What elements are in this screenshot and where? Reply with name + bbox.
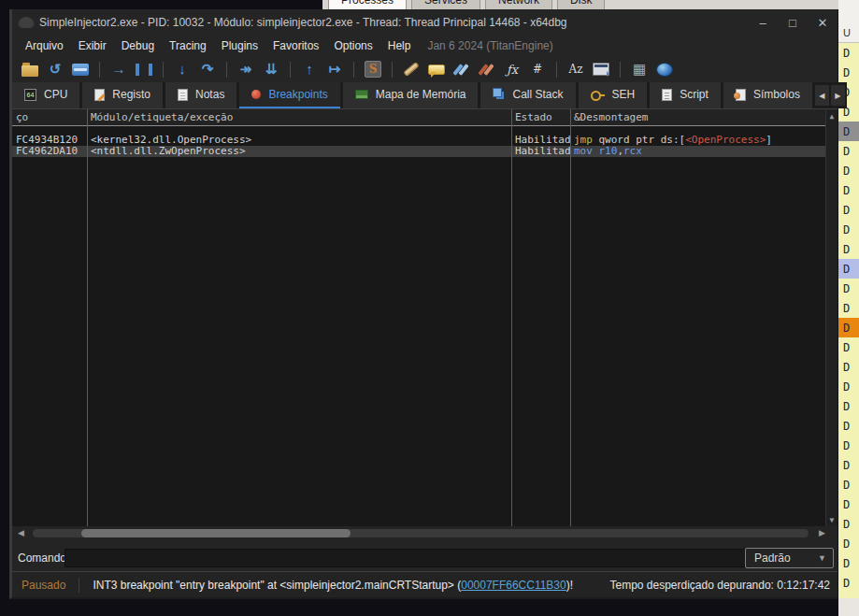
comment-icon[interactable] bbox=[428, 64, 445, 75]
pause-icon[interactable] bbox=[136, 64, 152, 76]
column-divider[interactable] bbox=[511, 109, 512, 526]
hscroll-thumb[interactable] bbox=[81, 529, 351, 537]
tab-script[interactable]: Script bbox=[650, 82, 721, 108]
bg-list-item[interactable]: D bbox=[838, 239, 859, 259]
globe-icon[interactable] bbox=[656, 63, 673, 77]
scroll-right-icon[interactable]: ▶ bbox=[819, 528, 825, 537]
window-title: SimpleInjector2.exe - PID: 10032 - Módul… bbox=[39, 16, 567, 29]
status-message-suffix: )! bbox=[566, 579, 573, 592]
menu-plugins[interactable]: Plugins bbox=[214, 37, 265, 54]
title-bar[interactable]: SimpleInjector2.exe - PID: 10032 - Módul… bbox=[12, 9, 838, 36]
bg-tab-disk[interactable]: Disk bbox=[557, 0, 605, 9]
s-toggle-icon[interactable]: S bbox=[365, 61, 381, 78]
tab-mapa-de-mem-ria[interactable]: Mapa de Memória bbox=[343, 82, 479, 108]
bookmarks-blue-icon[interactable] bbox=[453, 63, 470, 77]
menu-arquivo[interactable]: Arquivo bbox=[18, 37, 71, 54]
address-link[interactable]: 00007FF66CC11B30 bbox=[461, 579, 566, 592]
bg-list-item[interactable]: D bbox=[838, 494, 859, 514]
command-type-dropdown[interactable]: Padrão ▼ bbox=[745, 548, 834, 568]
run-to-user-code-icon[interactable]: ↦ bbox=[326, 61, 343, 78]
open-file-icon[interactable] bbox=[21, 65, 38, 77]
grid-calculator-icon[interactable]: ▦ bbox=[631, 61, 648, 78]
menu-items: ArquivoExibirDebugTracingPluginsFavorito… bbox=[18, 37, 418, 54]
bg-list-item[interactable]: D bbox=[838, 141, 859, 161]
scroll-left-icon[interactable]: ◀ bbox=[18, 528, 24, 537]
scroll-up-icon[interactable]: ▲ bbox=[830, 109, 835, 122]
bg-list-item[interactable]: D bbox=[838, 180, 859, 200]
bg-list-item[interactable]: D bbox=[838, 475, 859, 494]
bg-list-item[interactable]: D bbox=[838, 553, 859, 573]
column-header-3[interactable]: Estado bbox=[511, 109, 570, 125]
bg-list-item[interactable]: D bbox=[838, 396, 859, 416]
close-button[interactable]: ✕ bbox=[808, 9, 838, 36]
hscroll-track[interactable] bbox=[33, 529, 809, 537]
tab-registo[interactable]: Registo bbox=[82, 82, 163, 108]
menu-options[interactable]: Options bbox=[326, 37, 379, 54]
animate-into-icon[interactable]: ↠ bbox=[237, 61, 254, 78]
scroll-down-icon[interactable]: ▼ bbox=[830, 513, 835, 526]
stop-icon[interactable] bbox=[72, 64, 89, 76]
bg-list-item[interactable]: D bbox=[838, 279, 859, 298]
menu-exibir[interactable]: Exibir bbox=[71, 37, 114, 54]
bg-list-item[interactable]: D bbox=[838, 122, 859, 141]
tab-s-mbolos[interactable]: Símbolos bbox=[723, 82, 812, 108]
maximize-button[interactable]: □ bbox=[778, 9, 808, 36]
column-header-4[interactable]: &Desmontagem bbox=[570, 109, 838, 125]
table-row[interactable]: FC4934B120<kernel32.dll.OpenProcess>Habi… bbox=[12, 135, 826, 146]
notes-icon bbox=[178, 89, 188, 101]
step-over-icon[interactable]: ↷ bbox=[199, 61, 216, 78]
bg-list-item[interactable]: D bbox=[838, 220, 859, 239]
bg-list-item[interactable]: D bbox=[838, 298, 859, 318]
run-icon[interactable]: → bbox=[110, 61, 127, 78]
bg-list-item[interactable]: D bbox=[838, 43, 859, 63]
table-row[interactable]: FC4962DA10<ntdll.dll.ZwOpenProcess>Habil… bbox=[12, 146, 826, 157]
status-message-prefix: INT3 breakpoint "entry breakpoint" at <s… bbox=[93, 579, 461, 592]
az-strings-icon[interactable]: Az bbox=[567, 61, 584, 78]
column-divider[interactable] bbox=[87, 109, 88, 526]
horizontal-scrollbar[interactable]: ◀ ▶ bbox=[12, 526, 838, 540]
tab-seh[interactable]: SEH bbox=[579, 82, 648, 108]
bg-list-item[interactable]: D bbox=[838, 318, 859, 337]
bg-list-item[interactable]: D bbox=[838, 357, 859, 377]
step-into-icon[interactable]: ↓ bbox=[174, 61, 191, 78]
column-divider[interactable] bbox=[570, 109, 571, 526]
minimize-button[interactable]: – bbox=[748, 9, 778, 36]
patch-icon[interactable] bbox=[403, 62, 420, 77]
menu-tracing[interactable]: Tracing bbox=[162, 37, 214, 54]
bg-list-item[interactable]: D bbox=[838, 63, 859, 82]
bg-tab-services[interactable]: Services bbox=[411, 0, 480, 9]
column-header-2[interactable]: Módulo/etiqueta/exceção bbox=[87, 109, 511, 125]
tab-scroll-right-icon[interactable]: ▶ bbox=[831, 85, 845, 106]
menu-help[interactable]: Help bbox=[380, 37, 419, 54]
bg-list-item[interactable]: D bbox=[838, 200, 859, 220]
bg-list-item[interactable]: D bbox=[838, 436, 859, 455]
step-out-icon[interactable]: ↑ bbox=[301, 61, 318, 78]
bg-list-item[interactable]: D bbox=[838, 534, 859, 553]
bg-list-item[interactable]: D bbox=[838, 161, 859, 180]
tab-call-stack[interactable]: Call Stack bbox=[480, 82, 575, 108]
command-input[interactable] bbox=[64, 549, 747, 567]
calculator-arrow-icon[interactable] bbox=[593, 63, 609, 76]
bg-list-item[interactable]: D bbox=[838, 337, 859, 357]
column-header-1[interactable]: ço bbox=[12, 109, 87, 125]
animate-over-icon[interactable]: ⇊ bbox=[263, 61, 279, 78]
bg-tab-network[interactable]: Network bbox=[485, 0, 552, 9]
function-fx-icon[interactable]: ƒx bbox=[504, 61, 521, 78]
menu-debug[interactable]: Debug bbox=[114, 37, 162, 54]
bookmarks-red-icon[interactable] bbox=[479, 63, 495, 77]
tab-breakpoints[interactable]: Breakpoints bbox=[239, 82, 339, 108]
tab-cpu[interactable]: CPU bbox=[12, 82, 79, 108]
tab-notas[interactable]: Notas bbox=[165, 82, 236, 108]
bg-list-item[interactable]: D bbox=[838, 259, 859, 279]
bg-list-item[interactable]: D bbox=[838, 514, 859, 534]
restart-icon[interactable]: ↺ bbox=[47, 61, 64, 78]
bg-list-item[interactable]: D bbox=[838, 377, 859, 396]
hash-icon[interactable]: # bbox=[529, 61, 546, 78]
bg-list-item[interactable]: D bbox=[838, 416, 859, 436]
bg-list-item[interactable]: D bbox=[838, 573, 859, 593]
menu-favoritos[interactable]: Favoritos bbox=[265, 37, 326, 54]
tab-scroll-left-icon[interactable]: ◀ bbox=[815, 85, 829, 106]
bg-tab-processes[interactable]: Processes bbox=[328, 0, 407, 9]
vertical-scrollbar[interactable]: ▲ ▼ bbox=[825, 109, 838, 526]
bg-list-item[interactable]: D bbox=[838, 455, 859, 475]
